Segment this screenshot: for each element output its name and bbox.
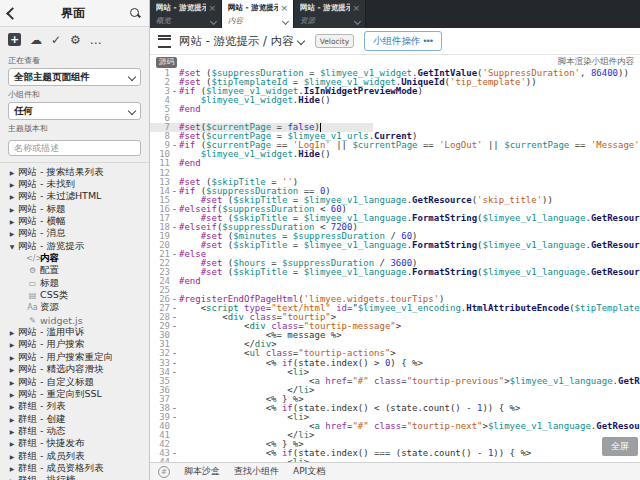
code-line[interactable]: 33- <% if(state.index() > 0) { %> bbox=[150, 359, 640, 368]
fold-marker[interactable]: - bbox=[170, 359, 179, 368]
expand-arrow-icon[interactable]: ▶ bbox=[6, 416, 18, 423]
expand-arrow-icon[interactable]: ▶ bbox=[6, 465, 18, 472]
tree-item[interactable]: ▶网站 - 用户搜索重定向 bbox=[0, 351, 149, 363]
code-line[interactable]: 42 <% } %> bbox=[150, 440, 640, 449]
code-line[interactable]: 38- <% if(state.index() < (state.count()… bbox=[150, 404, 640, 413]
fold-marker[interactable]: - bbox=[170, 413, 179, 422]
editor-tab[interactable]: 网站 - 游览提示×内容 bbox=[222, 0, 294, 28]
code-line[interactable]: 1 #set ($suppressDuration = $limyee_v1_w… bbox=[150, 69, 640, 78]
expand-arrow-icon[interactable]: ▶ bbox=[6, 403, 18, 410]
expand-arrow-icon[interactable]: ▶ bbox=[6, 218, 18, 225]
expand-arrow-icon[interactable]: ▶ bbox=[6, 366, 18, 373]
tree-item[interactable]: ▶网站 - 重定向到SSL bbox=[0, 388, 149, 400]
fold-marker[interactable]: - bbox=[170, 223, 179, 232]
tree-item[interactable]: ▶群组 - 列表 bbox=[0, 401, 149, 413]
fold-marker[interactable]: - bbox=[170, 87, 179, 96]
tree-item[interactable]: ▶网站 - 未找到 bbox=[0, 178, 149, 190]
close-icon[interactable]: × bbox=[208, 4, 216, 12]
fold-marker[interactable]: - bbox=[170, 250, 179, 259]
status-bar-link[interactable]: 查找小组件 bbox=[234, 465, 279, 478]
script-sandbox-icon[interactable]: # bbox=[158, 466, 170, 478]
code-line[interactable]: 5 #end bbox=[150, 105, 640, 114]
expand-arrow-icon[interactable]: ▶ bbox=[6, 453, 18, 460]
tree-child-item[interactable]: ▭标题 bbox=[0, 277, 149, 289]
widget-actions-button[interactable]: 小组件操作 ••• bbox=[364, 31, 442, 51]
code-line[interactable]: 36 </li> bbox=[150, 386, 640, 395]
fold-marker[interactable]: - bbox=[170, 404, 179, 413]
expand-arrow-icon[interactable]: ▶ bbox=[6, 193, 18, 200]
name-search-input[interactable] bbox=[8, 140, 141, 156]
tree-item[interactable]: ▶网站 - 消息 bbox=[0, 228, 149, 240]
tree-item[interactable]: ▶网站 - 自定义标题 bbox=[0, 376, 149, 388]
code-line[interactable]: 27- <script type="text/html" id="$limyee… bbox=[150, 304, 640, 313]
tree-child-item[interactable]: ⚙配置 bbox=[0, 265, 149, 277]
tree-item[interactable]: ▶群组 - 快捷发布 bbox=[0, 438, 149, 450]
code-line[interactable]: 2 #set ($tipTemplateId = $limyee_v1_widg… bbox=[150, 78, 640, 87]
editor-tab[interactable]: 网站 - 游览提示×资源 bbox=[294, 0, 366, 28]
fold-marker[interactable]: - bbox=[170, 449, 179, 458]
code-line[interactable]: 12 bbox=[150, 169, 640, 178]
code-line[interactable]: 21-#else bbox=[150, 250, 640, 259]
code-line[interactable]: 6 bbox=[150, 114, 640, 123]
chevron-down-icon[interactable] bbox=[210, 17, 217, 24]
code-line[interactable]: 17 #set ($skipTitle = $limyee_v1_languag… bbox=[150, 214, 640, 223]
fold-marker[interactable]: - bbox=[170, 141, 179, 150]
tree-item[interactable]: ▶网站 - 用户搜索 bbox=[0, 339, 149, 351]
code-line[interactable]: 13 #set ($skipTitle = '') bbox=[150, 178, 640, 187]
fold-marker[interactable]: - bbox=[170, 205, 179, 214]
expand-arrow-icon[interactable]: ▶ bbox=[6, 379, 18, 386]
expand-arrow-icon[interactable]: ▶ bbox=[6, 428, 18, 435]
code-line[interactable]: 15 #set ($skipTitle = $limyee_v1_languag… bbox=[150, 196, 640, 205]
chevron-down-icon[interactable] bbox=[282, 17, 289, 24]
close-icon[interactable]: × bbox=[352, 4, 360, 12]
code-line[interactable]: 18-#elseif($suppressDuration < 7200) bbox=[150, 223, 640, 232]
code-line[interactable]: 43- <% if(state.index() === (state.count… bbox=[150, 449, 640, 458]
chevron-down-icon[interactable] bbox=[354, 17, 361, 24]
code-line[interactable]: 44- <li> bbox=[150, 458, 640, 462]
code-line[interactable]: 34- <li> bbox=[150, 368, 640, 377]
tree-child-item[interactable]: ▤CSS类 bbox=[0, 289, 149, 301]
search-icon[interactable] bbox=[129, 7, 141, 19]
code-line[interactable]: 41 </li> bbox=[150, 431, 640, 440]
editor-tab[interactable]: 网站 - 游览提示×概览 bbox=[150, 0, 222, 28]
expand-arrow-icon[interactable]: ▶ bbox=[6, 354, 18, 361]
tree-item[interactable]: ▶网站 - 标题 bbox=[0, 203, 149, 215]
code-editor[interactable]: 1 #set ($suppressDuration = $limyee_v1_w… bbox=[150, 69, 640, 462]
code-line[interactable]: 19 #set ($minutes = $suppressDuration / … bbox=[150, 232, 640, 241]
fold-marker[interactable]: - bbox=[170, 349, 179, 358]
expand-arrow-icon[interactable]: ▶ bbox=[6, 206, 18, 213]
fold-marker[interactable]: - bbox=[170, 304, 179, 313]
code-line[interactable]: 7 #set($currentPage = false) bbox=[150, 123, 640, 132]
code-line[interactable]: 30 <%= message %> bbox=[150, 331, 640, 340]
expand-arrow-icon[interactable]: ▶ bbox=[6, 341, 18, 348]
check-icon[interactable]: ✓ bbox=[51, 34, 61, 46]
tree-item[interactable]: ▶网站 - 未过滤HTML bbox=[0, 191, 149, 203]
tree-child-item[interactable]: Aa资源 bbox=[0, 302, 149, 314]
code-line[interactable]: 23 #set ($skipTitle = $limyee_v1_languag… bbox=[150, 268, 640, 277]
fold-marker[interactable]: - bbox=[170, 368, 179, 377]
code-line[interactable]: 28- <div class="tourtip"> bbox=[150, 313, 640, 322]
tree-item[interactable]: ▶网站 - 横幅 bbox=[0, 215, 149, 227]
fold-marker[interactable]: - bbox=[170, 313, 179, 322]
code-line[interactable]: 8 #set($currentPage = $limyee_v1_urls.Cu… bbox=[150, 132, 640, 141]
code-line[interactable]: 14-#if ($suppressDuration == 0) bbox=[150, 187, 640, 196]
cloud-upload-icon[interactable]: ☁ bbox=[30, 34, 42, 46]
status-bar-link[interactable]: API文档 bbox=[293, 465, 325, 478]
more-icon[interactable]: … bbox=[90, 34, 102, 46]
tree-item[interactable]: ▶群组 - 创建 bbox=[0, 413, 149, 425]
code-line[interactable]: 3-#if ($limyee_v1_widget.IsInWidgetPrevi… bbox=[150, 87, 640, 96]
expand-arrow-icon[interactable]: ▶ bbox=[6, 329, 18, 336]
viewing-filter-select[interactable]: 全部主题页面组件 bbox=[8, 68, 141, 86]
code-line[interactable]: 16-#elseif($suppressDuration < 60) bbox=[150, 205, 640, 214]
fold-marker[interactable]: - bbox=[170, 322, 179, 331]
code-line[interactable]: 20 #set ($skipTitle = $limyee_v1_languag… bbox=[150, 241, 640, 250]
code-line[interactable]: 11 #end bbox=[150, 159, 640, 168]
status-bar-link[interactable]: 脚本沙盒 bbox=[184, 465, 220, 478]
fold-marker[interactable]: - bbox=[170, 295, 179, 304]
code-line[interactable]: 26-#registerEndOfPageHtml('limyee.widget… bbox=[150, 295, 640, 304]
code-line[interactable]: 32- <ul class="tourtip-actions"> bbox=[150, 349, 640, 358]
tree-item[interactable]: ▼网站 - 游览提示 bbox=[0, 240, 149, 252]
code-line[interactable]: 40 <a href="#" class="tourtip-next">$lim… bbox=[150, 422, 640, 431]
close-icon[interactable]: × bbox=[280, 4, 288, 12]
expand-arrow-icon[interactable]: ▶ bbox=[6, 230, 18, 237]
